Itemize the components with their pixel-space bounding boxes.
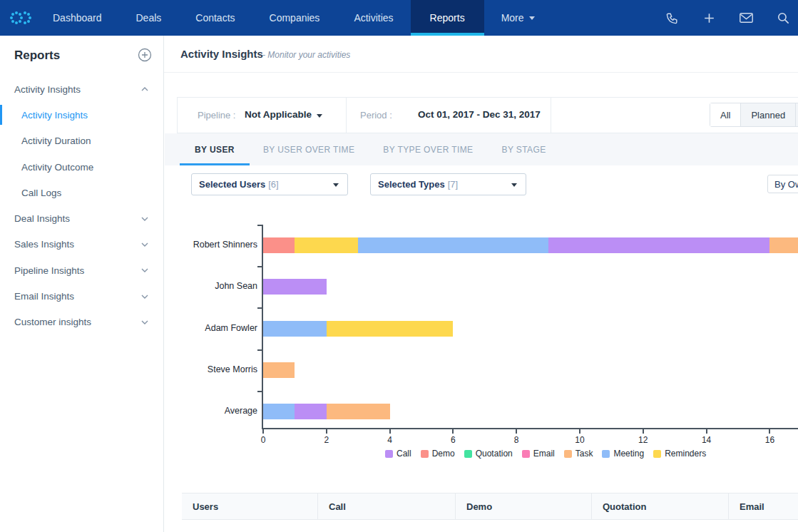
- legend-item-meeting: Meeting: [602, 449, 644, 459]
- legend-swatch-icon: [385, 450, 393, 458]
- sidebar-item-label: Call Logs: [21, 188, 61, 198]
- chevron-down-icon: [141, 242, 148, 247]
- tab-by-type-over-time[interactable]: BY TYPE OVER TIME: [383, 133, 473, 165]
- legend-swatch-icon: [464, 450, 472, 458]
- sidebar-item-activity-outcome[interactable]: Activity Outcome: [0, 154, 164, 180]
- sidebar-item-call-logs[interactable]: Call Logs: [0, 180, 164, 205]
- legend-item-demo: Demo: [421, 449, 455, 459]
- nav-item-label: Activities: [354, 12, 393, 24]
- bar-robert-shinners: [263, 237, 798, 253]
- mail-icon[interactable]: [740, 11, 753, 25]
- nav-item-more[interactable]: More: [484, 0, 552, 36]
- legend-item-task: Task: [564, 449, 593, 459]
- x-axis-tick: [516, 429, 517, 434]
- legend-label: Quotation: [476, 449, 513, 459]
- y-axis: [262, 225, 263, 429]
- pipeline-value[interactable]: Not Applicable: [245, 109, 312, 120]
- nav-item-dashboard[interactable]: Dashboard: [36, 0, 119, 36]
- sidebar-item-label: Sales Insights: [14, 239, 74, 250]
- legend-label: Call: [397, 449, 411, 459]
- bar-segment-reminders: [295, 237, 358, 253]
- sidebar-item-activity-insights[interactable]: Activity Insights: [0, 102, 164, 128]
- sidebar-item-sales-insights[interactable]: Sales Insights: [0, 232, 164, 257]
- bar-segment-task: [327, 404, 390, 419]
- chevron-down-icon: [529, 16, 535, 20]
- sidebar-item-customer-insights[interactable]: Customer insights: [0, 310, 164, 335]
- table-header-email: Email: [729, 493, 798, 519]
- legend-swatch-icon: [653, 450, 661, 458]
- nav-item-label: Companies: [270, 12, 320, 24]
- legend-label: Task: [576, 449, 593, 459]
- tab-by-user-over-time[interactable]: BY USER OVER TIME: [263, 133, 354, 165]
- chevron-down-icon[interactable]: [317, 114, 322, 118]
- legend-item-call: Call: [385, 449, 411, 459]
- sidebar-item-email-insights[interactable]: Email Insights: [0, 283, 164, 309]
- x-axis-tick: [706, 429, 707, 434]
- y-axis-tick: [257, 225, 262, 226]
- legend-item-quotation: Quotation: [464, 449, 513, 459]
- divider: [346, 98, 347, 133]
- sidebar-item-label: Deal Insights: [14, 213, 70, 224]
- selected-users-dropdown[interactable]: Selected Users [6]: [191, 173, 348, 195]
- nav-item-deals[interactable]: Deals: [119, 0, 179, 36]
- chevron-down-icon: [141, 319, 148, 324]
- period-label: Period :: [360, 110, 392, 121]
- phone-icon[interactable]: [665, 11, 679, 25]
- chevron-down-icon: [141, 216, 148, 221]
- sidebar-item-pipeline-insights[interactable]: Pipeline Insights: [0, 257, 164, 283]
- nav-menu: DashboardDealsContactsCompaniesActivitie…: [36, 0, 552, 36]
- legend-swatch-icon: [522, 450, 530, 458]
- chart-legend: CallDemoQuotationEmailTaskMeetingReminde…: [385, 449, 706, 459]
- legend-swatch-icon: [564, 450, 572, 458]
- nav-item-companies[interactable]: Companies: [252, 0, 337, 36]
- bar-segment-call: [295, 404, 326, 419]
- nav-item-contacts[interactable]: Contacts: [178, 0, 252, 36]
- chevron-down-icon: [333, 183, 339, 187]
- sidebar-item-deal-insights[interactable]: Deal Insights: [0, 205, 164, 231]
- bar-average: [263, 404, 390, 419]
- period-value[interactable]: Oct 01, 2017 - Dec 31, 2017: [418, 109, 541, 120]
- plus-circle-icon[interactable]: [138, 48, 152, 62]
- category-label: John Sean: [164, 281, 257, 291]
- by-owner-button[interactable]: By Owner: [767, 175, 798, 193]
- search-icon[interactable]: [777, 11, 790, 25]
- x-tick-label: 0: [249, 435, 277, 445]
- sidebar-item-activity-duration[interactable]: Activity Duration: [0, 128, 164, 154]
- sidebar-item-label: Activity Outcome: [21, 162, 93, 173]
- bar-segment-meeting: [358, 237, 548, 253]
- segment-planned[interactable]: Planned: [741, 103, 796, 126]
- x-axis-tick: [579, 429, 580, 434]
- bar-steve-morris: [263, 362, 295, 378]
- x-axis-tick: [389, 429, 391, 434]
- activity-table-header: UsersCallDemoQuotationEmail: [182, 493, 798, 520]
- nav-item-reports[interactable]: Reports: [411, 0, 484, 36]
- status-segmented-control: AllPlannedCompleted: [710, 103, 798, 127]
- tab-by-stage[interactable]: BY STAGE: [502, 133, 546, 165]
- chevron-down-icon: [511, 183, 517, 187]
- selected-users-label: Selected Users: [199, 179, 265, 190]
- segment-all[interactable]: All: [710, 103, 741, 126]
- y-axis-tick: [257, 307, 262, 309]
- x-tick-label: 10: [566, 435, 594, 445]
- bar-segment-task: [263, 362, 295, 378]
- selected-types-count: [7]: [448, 179, 458, 190]
- plus-icon[interactable]: [702, 11, 716, 25]
- nav-item-label: More: [501, 12, 524, 24]
- app-logo-icon[interactable]: [6, 0, 36, 36]
- sidebar-item-label: Pipeline Insights: [14, 265, 84, 276]
- bar-segment-task: [769, 237, 798, 253]
- nav-item-label: Dashboard: [53, 12, 102, 24]
- sidebar-item-label: Email Insights: [14, 291, 74, 302]
- sidebar-item-activity-insights[interactable]: Activity Insights: [0, 76, 164, 102]
- sidebar-item-label: Activity Insights: [14, 84, 81, 95]
- selected-types-dropdown[interactable]: Selected Types [7]: [370, 173, 526, 195]
- tab-row: BY USERBY USER OVER TIMEBY TYPE OVER TIM…: [195, 133, 546, 165]
- app-window: DashboardDealsContactsCompaniesActivitie…: [0, 0, 798, 532]
- nav-item-activities[interactable]: Activities: [337, 0, 410, 36]
- chevron-down-icon: [141, 294, 148, 299]
- table-header-quotation: Quotation: [592, 493, 729, 519]
- x-tick-label: 16: [755, 435, 784, 445]
- x-axis-tick: [326, 429, 327, 434]
- chevron-up-icon: [141, 87, 148, 92]
- tab-by-user[interactable]: BY USER: [195, 133, 235, 165]
